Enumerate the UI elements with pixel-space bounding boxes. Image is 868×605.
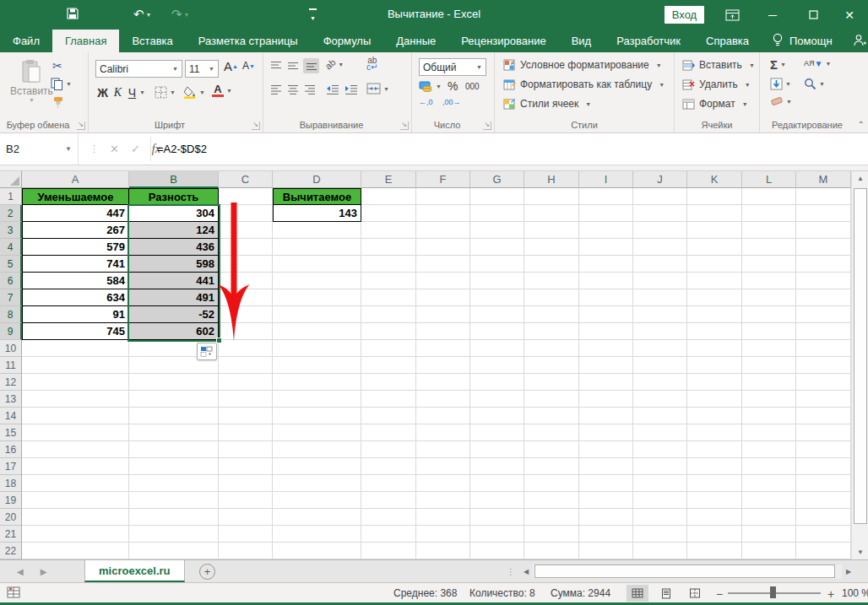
- cell-M1[interactable]: [796, 188, 851, 205]
- cell-A22[interactable]: [22, 543, 129, 559]
- cell-L14[interactable]: [742, 408, 796, 424]
- cell-J22[interactable]: [633, 543, 687, 559]
- increase-decimal-button[interactable]: ←,0: [419, 98, 433, 106]
- cell-J2[interactable]: [633, 205, 687, 222]
- cell-G4[interactable]: [470, 239, 524, 256]
- cell-H10[interactable]: [524, 340, 579, 357]
- cell-J6[interactable]: [633, 273, 687, 289]
- cell-J11[interactable]: [633, 357, 687, 374]
- cell-M4[interactable]: [796, 239, 851, 256]
- tab-review[interactable]: Рецензирование: [448, 30, 558, 52]
- row-header-13[interactable]: 13: [0, 391, 22, 408]
- cell-G16[interactable]: [470, 441, 524, 458]
- cell-B19[interactable]: [129, 492, 219, 509]
- cell-I17[interactable]: [579, 458, 633, 475]
- comma-style-button[interactable]: 000: [465, 82, 480, 91]
- cell-J18[interactable]: [633, 475, 687, 492]
- cell-I20[interactable]: [579, 509, 633, 526]
- tab-page-layout[interactable]: Разметка страницы: [186, 30, 311, 52]
- cell-B6[interactable]: 441: [129, 273, 219, 289]
- cell-L6[interactable]: [742, 273, 796, 289]
- cell-D6[interactable]: [273, 273, 361, 289]
- wrap-text-button[interactable]: abc↵: [366, 57, 377, 71]
- cell-M18[interactable]: [796, 475, 851, 492]
- column-header-E[interactable]: E: [361, 171, 416, 188]
- tab-home[interactable]: Главная: [52, 30, 119, 52]
- cell-G18[interactable]: [470, 475, 524, 492]
- status-average[interactable]: Среднее: 368: [393, 587, 457, 599]
- ribbon-display-options-button[interactable]: [713, 0, 751, 30]
- cell-H8[interactable]: [524, 306, 579, 323]
- cell-M7[interactable]: [796, 289, 851, 306]
- cell-M8[interactable]: [796, 306, 851, 323]
- confirm-entry-icon[interactable]: ✓: [131, 143, 140, 155]
- cell-F2[interactable]: [416, 205, 470, 222]
- font-color-button[interactable]: А ▼: [212, 84, 232, 97]
- cell-G17[interactable]: [470, 458, 524, 475]
- cell-M6[interactable]: [796, 273, 851, 289]
- cell-D18[interactable]: [273, 475, 361, 492]
- cell-L2[interactable]: [742, 205, 796, 222]
- cell-E13[interactable]: [361, 391, 416, 408]
- cell-D13[interactable]: [273, 391, 361, 408]
- cell-E17[interactable]: [361, 458, 416, 475]
- cell-L5[interactable]: [742, 256, 796, 273]
- cell-H13[interactable]: [524, 391, 579, 408]
- row-header-4[interactable]: 4: [0, 239, 22, 256]
- cell-H19[interactable]: [524, 492, 579, 509]
- cell-K20[interactable]: [687, 509, 742, 526]
- cell-A4[interactable]: 579: [22, 239, 129, 256]
- cell-M10[interactable]: [796, 340, 851, 357]
- cell-G6[interactable]: [470, 273, 524, 289]
- cell-H2[interactable]: [524, 205, 579, 222]
- cell-L19[interactable]: [742, 492, 796, 509]
- assistant-item[interactable]: Помощн: [762, 33, 843, 50]
- column-header-A[interactable]: A: [22, 171, 129, 188]
- view-normal-button[interactable]: [627, 585, 648, 602]
- cell-L10[interactable]: [742, 340, 796, 357]
- cell-C19[interactable]: [219, 492, 273, 509]
- cell-B21[interactable]: [129, 526, 219, 543]
- cell-F15[interactable]: [416, 424, 470, 441]
- cell-E20[interactable]: [361, 509, 416, 526]
- cell-E21[interactable]: [361, 526, 416, 543]
- number-format-dropdown-icon[interactable]: ▼: [476, 64, 482, 70]
- cell-H4[interactable]: [524, 239, 579, 256]
- cell-H7[interactable]: [524, 289, 579, 306]
- cell-A3[interactable]: 267: [22, 222, 129, 239]
- cell-F19[interactable]: [416, 492, 470, 509]
- cell-F9[interactable]: [416, 323, 470, 340]
- horizontal-scroll-thumb[interactable]: [534, 564, 835, 578]
- cell-I19[interactable]: [579, 492, 633, 509]
- cell-H9[interactable]: [524, 323, 579, 340]
- cell-A17[interactable]: [22, 458, 129, 475]
- cell-D4[interactable]: [273, 239, 361, 256]
- scrollbar-resize-grip[interactable]: ⋮: [507, 567, 514, 576]
- decrease-decimal-button[interactable]: ,00→: [442, 98, 461, 106]
- cell-C7[interactable]: [219, 289, 273, 306]
- cell-K15[interactable]: [687, 424, 742, 441]
- cell-G2[interactable]: [470, 205, 524, 222]
- cell-E10[interactable]: [361, 340, 416, 357]
- cell-F4[interactable]: [416, 239, 470, 256]
- cell-I18[interactable]: [579, 475, 633, 492]
- fill-color-button[interactable]: ▼: [183, 86, 205, 99]
- cell-K21[interactable]: [687, 526, 742, 543]
- cell-K14[interactable]: [687, 408, 742, 424]
- cell-C6[interactable]: [219, 273, 273, 289]
- cell-styles-button[interactable]: Стили ячеек▼: [503, 98, 591, 110]
- cell-D16[interactable]: [273, 441, 361, 458]
- row-header-5[interactable]: 5: [0, 256, 22, 273]
- vertical-scrollbar[interactable]: ▲ ▼: [851, 171, 868, 559]
- cell-C16[interactable]: [219, 441, 273, 458]
- cell-A9[interactable]: 745: [22, 323, 129, 340]
- sort-filter-button[interactable]: АЯ▼▼: [804, 59, 831, 68]
- clipboard-dialog-launcher[interactable]: ↘: [77, 122, 85, 130]
- tab-view[interactable]: Вид: [559, 30, 605, 52]
- cell-J12[interactable]: [633, 374, 687, 391]
- cell-I16[interactable]: [579, 441, 633, 458]
- name-box[interactable]: B2 ▼: [0, 133, 79, 165]
- cell-B20[interactable]: [129, 509, 219, 526]
- cell-H5[interactable]: [524, 256, 579, 273]
- cell-J7[interactable]: [633, 289, 687, 306]
